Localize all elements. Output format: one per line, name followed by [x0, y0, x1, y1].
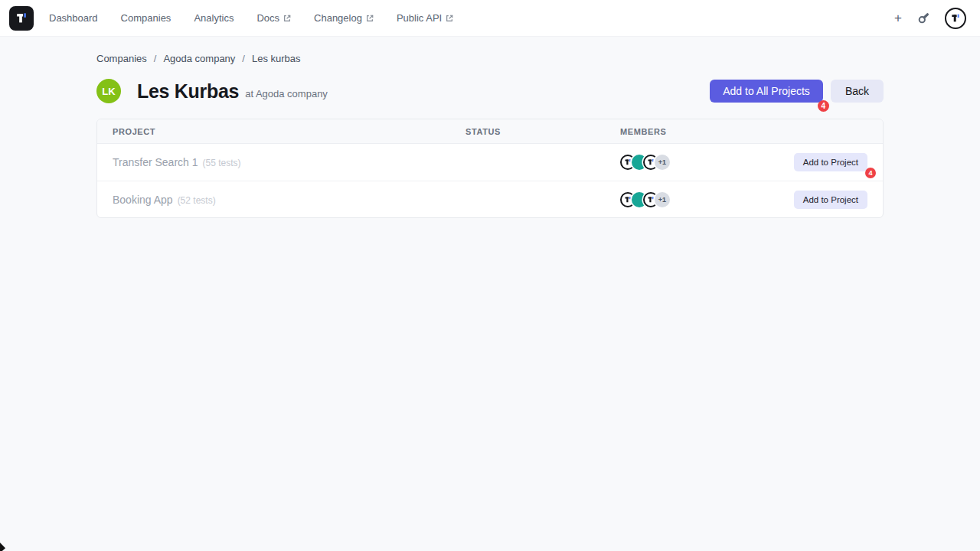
breadcrumb-agoda-company[interactable]: Agoda company [163, 53, 235, 64]
projects-table: PROJECT STATUS MEMBERS Transfer Search 1… [96, 119, 884, 218]
column-header-status: STATUS [466, 127, 620, 136]
external-link-icon [283, 15, 291, 22]
column-header-project: PROJECT [113, 127, 466, 136]
notification-badge: 4 [818, 100, 829, 112]
nav-item-dashboard[interactable]: Dashboard [49, 12, 98, 24]
primary-nav: Dashboard Companies Analytics Docs Chang… [49, 12, 453, 24]
table-row: Transfer Search 1 (55 tests) +1 Add to P… [97, 144, 883, 181]
project-cell: Transfer Search 1 (55 tests) [113, 156, 466, 168]
table-row: Booking App (52 tests) +1 Add to Project [97, 181, 883, 217]
brand-logo-icon[interactable] [9, 6, 34, 31]
nav-item-analytics[interactable]: Analytics [194, 12, 234, 24]
add-to-all-projects-button[interactable]: Add to All Projects 4 [710, 80, 823, 103]
add-to-project-button[interactable]: Add to Project [794, 191, 867, 209]
top-navbar: Dashboard Companies Analytics Docs Chang… [0, 0, 980, 37]
page-title: Les Kurbas [137, 80, 239, 103]
tests-count: (55 tests) [203, 158, 241, 168]
search-icon[interactable] [917, 12, 929, 24]
header-actions: Add to All Projects 4 Back [710, 80, 884, 103]
external-link-icon [446, 15, 453, 22]
breadcrumb-companies[interactable]: Companies [96, 53, 147, 64]
mouse-cursor [0, 543, 5, 551]
page-subtitle: at Agoda company [245, 88, 328, 99]
page-header: LK Les Kurbas at Agoda company Add to Al… [96, 79, 884, 103]
notification-badge: 4 [865, 168, 876, 178]
project-name-link[interactable]: Booking App [113, 194, 173, 206]
breadcrumb-separator: / [242, 53, 245, 64]
members-cell: +1 [620, 155, 794, 170]
nav-item-companies[interactable]: Companies [121, 12, 172, 24]
project-cell: Booking App (52 tests) [113, 194, 466, 206]
nav-item-docs[interactable]: Docs [256, 12, 291, 24]
nav-item-public-api[interactable]: Public API [397, 12, 453, 24]
action-cell: Add to Project [794, 191, 867, 209]
column-header-members: MEMBERS [620, 127, 867, 136]
tests-count: (52 tests) [178, 195, 216, 206]
main-content: Companies / Agoda company / Les kurbas L… [96, 37, 884, 218]
nav-item-changelog[interactable]: Changelog [314, 12, 374, 24]
user-avatar: LK [96, 79, 121, 103]
external-link-icon [366, 15, 374, 22]
add-new-icon[interactable]: + [894, 11, 902, 24]
add-to-project-button[interactable]: Add to Project 4 [794, 153, 867, 171]
members-overflow-count: +1 [655, 192, 670, 207]
members-cell: +1 [620, 192, 794, 207]
breadcrumb-current-page: Les kurbas [252, 53, 301, 64]
action-cell: Add to Project 4 [794, 153, 867, 171]
account-avatar[interactable] [945, 8, 966, 29]
project-name-link[interactable]: Transfer Search 1 [113, 156, 198, 168]
table-header-row: PROJECT STATUS MEMBERS [97, 119, 883, 144]
back-button[interactable]: Back [831, 80, 884, 103]
members-overflow-count: +1 [655, 155, 670, 170]
navbar-right-actions: + [894, 8, 971, 29]
breadcrumb-separator: / [154, 53, 157, 64]
breadcrumb: Companies / Agoda company / Les kurbas [96, 53, 884, 64]
